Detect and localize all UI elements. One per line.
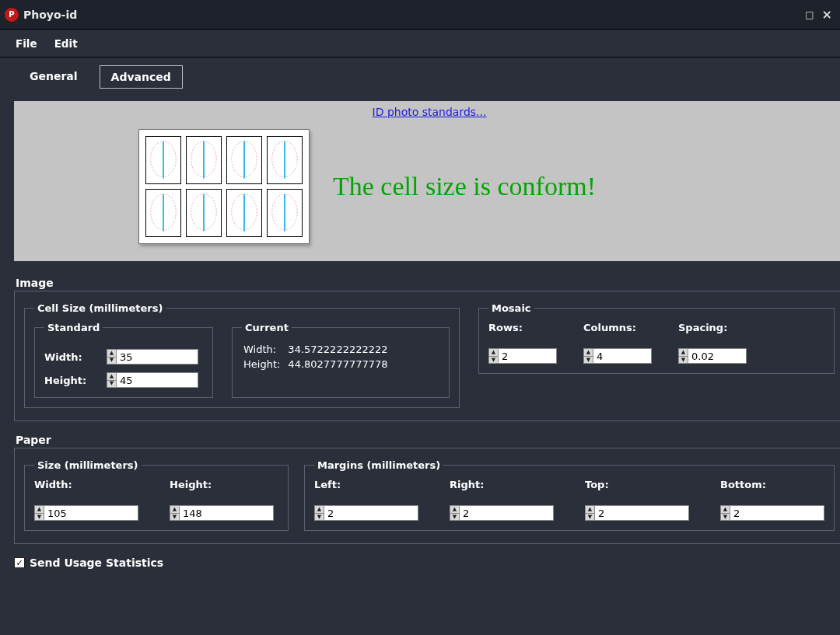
paper-width-input[interactable] — [44, 506, 138, 520]
window-title: Phoyo-id — [23, 9, 77, 21]
mosaic-cols-input[interactable] — [593, 349, 651, 363]
photo-cell — [145, 136, 181, 184]
id-standards-link[interactable]: ID photo standards... — [373, 106, 487, 118]
spinner-down-icon[interactable]: ▼ — [315, 514, 324, 521]
mosaic-rows-label: Rows: — [488, 322, 557, 333]
cell-size-group: Cell Size (millimeters) Standard Width: … — [24, 302, 460, 408]
current-group: Current Width: 34.5722222222222 Height: … — [232, 322, 450, 398]
cell-size-legend: Cell Size (millimeters) — [34, 302, 166, 314]
spinner-down-icon[interactable]: ▼ — [107, 358, 116, 365]
margin-left-input[interactable] — [324, 506, 418, 520]
spinner-down-icon[interactable]: ▼ — [35, 514, 44, 521]
photo-cell — [267, 136, 303, 184]
section-label-paper: Paper — [16, 434, 840, 446]
paper-width-label: Width: — [34, 479, 138, 490]
margin-left-label: Left: — [314, 479, 418, 490]
mosaic-cols-label: Columns: — [583, 322, 652, 333]
mosaic-group: Mosaic Rows: ▲▼ Columns: ▲▼ — [478, 302, 835, 374]
send-stats-checkbox[interactable]: ✓ — [14, 557, 25, 568]
mosaic-legend: Mosaic — [488, 302, 534, 314]
photo-cell — [186, 189, 222, 237]
std-width-input[interactable] — [117, 350, 198, 364]
maximize-icon[interactable]: □ — [805, 10, 814, 19]
paper-size-legend: Size (millimeters) — [34, 459, 142, 471]
std-height-spinner[interactable]: ▲▼ — [107, 372, 198, 388]
photo-cell — [226, 189, 262, 237]
menu-edit[interactable]: Edit — [48, 34, 84, 53]
spinner-up-icon[interactable]: ▲ — [721, 506, 730, 514]
preview-panel: ID photo standards... The cell size is c… — [14, 101, 840, 261]
spinner-down-icon[interactable]: ▼ — [584, 357, 593, 364]
spinner-down-icon[interactable]: ▼ — [586, 514, 594, 521]
tab-advanced[interactable]: Advanced — [100, 65, 183, 89]
titlebar: P Phoyo-id □ × — [0, 0, 840, 30]
menu-file[interactable]: File — [9, 34, 44, 53]
current-legend: Current — [242, 322, 292, 333]
close-icon[interactable]: × — [822, 9, 832, 21]
std-height-label: Height: — [44, 375, 99, 386]
paper-height-input[interactable] — [180, 506, 273, 520]
photo-cell — [226, 136, 262, 184]
spinner-down-icon[interactable]: ▼ — [170, 514, 179, 521]
paper-group: Size (millimeters) Width: ▲▼ Height: — [14, 448, 840, 544]
margin-top-label: Top: — [585, 479, 689, 490]
margin-bottom-input[interactable] — [730, 506, 824, 520]
margin-top-input[interactable] — [595, 506, 688, 520]
menubar: File Edit — [0, 30, 840, 58]
spinner-up-icon[interactable]: ▲ — [107, 373, 116, 381]
cur-height-value: 44.8027777777778 — [288, 358, 394, 371]
paper-margins-legend: Margins (millimeters) — [314, 459, 443, 471]
spinner-up-icon[interactable]: ▲ — [170, 506, 179, 514]
paper-margins-group: Margins (millimeters) Left: ▲▼ Right: — [304, 459, 835, 531]
mosaic-spacing-label: Spacing: — [678, 322, 747, 333]
spinner-down-icon[interactable]: ▼ — [107, 381, 116, 388]
margin-right-spinner[interactable]: ▲▼ — [450, 505, 554, 521]
photo-cell — [267, 189, 303, 237]
std-height-input[interactable] — [117, 373, 198, 387]
spinner-up-icon[interactable]: ▲ — [450, 506, 459, 514]
spinner-up-icon[interactable]: ▲ — [489, 349, 498, 357]
photo-cell — [186, 136, 222, 184]
mosaic-cols-spinner[interactable]: ▲▼ — [583, 348, 652, 364]
spinner-up-icon[interactable]: ▲ — [35, 506, 44, 514]
margin-right-label: Right: — [450, 479, 554, 490]
margin-bottom-spinner[interactable]: ▲▼ — [720, 505, 824, 521]
spinner-down-icon[interactable]: ▼ — [489, 357, 498, 364]
mosaic-rows-input[interactable] — [499, 349, 556, 363]
paper-height-spinner[interactable]: ▲▼ — [170, 505, 274, 521]
paper-size-group: Size (millimeters) Width: ▲▼ Height: — [24, 459, 289, 531]
photo-sheet-preview — [138, 129, 310, 244]
content-area: General Advanced ID photo standards... T… — [0, 58, 840, 635]
spinner-down-icon[interactable]: ▼ — [679, 357, 688, 364]
margin-right-input[interactable] — [460, 506, 553, 520]
standard-group: Standard Width: ▲▼ Height: — [34, 322, 213, 398]
spinner-down-icon[interactable]: ▼ — [450, 514, 459, 521]
spinner-down-icon[interactable]: ▼ — [721, 514, 730, 521]
margin-bottom-label: Bottom: — [720, 479, 824, 490]
std-width-label: Width: — [44, 351, 99, 363]
mosaic-rows-spinner[interactable]: ▲▼ — [488, 348, 557, 364]
spinner-up-icon[interactable]: ▲ — [584, 349, 593, 357]
photo-cell — [145, 189, 181, 237]
paper-height-label: Height: — [170, 479, 274, 490]
spinner-up-icon[interactable]: ▲ — [107, 350, 116, 358]
spinner-up-icon[interactable]: ▲ — [679, 349, 688, 357]
margin-left-spinner[interactable]: ▲▼ — [314, 505, 418, 521]
margin-top-spinner[interactable]: ▲▼ — [585, 505, 689, 521]
standard-legend: Standard — [44, 322, 103, 333]
paper-width-spinner[interactable]: ▲▼ — [34, 505, 138, 521]
section-label-image: Image — [16, 277, 840, 289]
tab-general[interactable]: General — [19, 65, 89, 89]
conform-message: The cell size is conform! — [333, 172, 596, 201]
cur-height-label: Height: — [243, 358, 286, 371]
tabs: General Advanced — [14, 65, 840, 89]
app-icon: P — [5, 8, 19, 22]
spinner-up-icon[interactable]: ▲ — [586, 506, 594, 514]
cur-width-label: Width: — [243, 343, 286, 356]
std-width-spinner[interactable]: ▲▼ — [107, 349, 198, 365]
spinner-up-icon[interactable]: ▲ — [315, 506, 324, 514]
mosaic-spacing-spinner[interactable]: ▲▼ — [678, 348, 747, 364]
image-group: Cell Size (millimeters) Standard Width: … — [14, 291, 840, 421]
mosaic-spacing-input[interactable] — [688, 349, 746, 363]
cur-width-value: 34.5722222222222 — [288, 343, 394, 356]
